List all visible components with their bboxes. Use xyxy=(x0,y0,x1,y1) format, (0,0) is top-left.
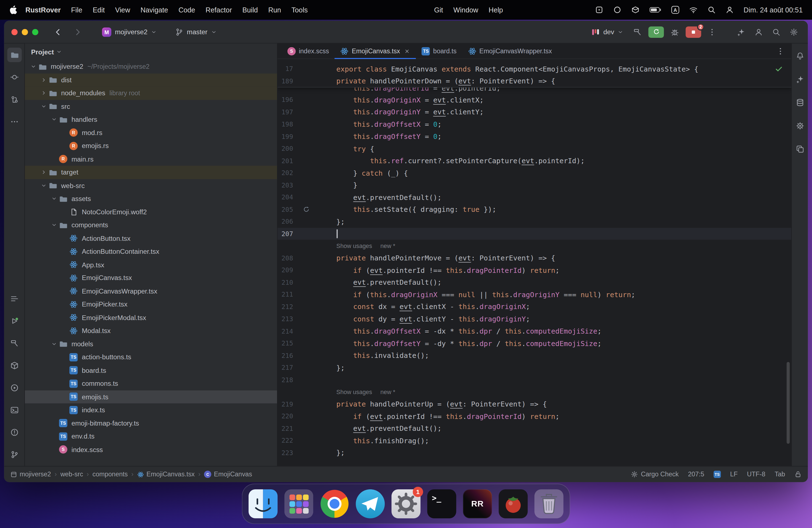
tool-more-button[interactable] xyxy=(7,114,21,129)
tab-emojicanvas-tsx[interactable]: EmojiCanvas.tsx xyxy=(335,44,416,59)
breadcrumb-mojiverse2[interactable]: mojiverse2 xyxy=(11,471,51,478)
code-with-me-button[interactable] xyxy=(752,25,766,39)
tool-packages-button[interactable] xyxy=(7,358,21,373)
show-usages-hint[interactable]: Show usages xyxy=(336,389,372,395)
close-window-button[interactable] xyxy=(11,29,18,35)
tree-item-action-buttons-ts[interactable]: TSaction-buttons.ts xyxy=(25,350,277,364)
breadcrumb-web-src[interactable]: web-src xyxy=(60,471,83,478)
code-line[interactable]: 213 const dy = evt.clientY - this.dragOr… xyxy=(278,313,791,325)
chevron-down-icon[interactable] xyxy=(50,341,59,347)
code-line[interactable]: 220 if (evt.pointerId !== this.dragPoint… xyxy=(278,410,791,422)
code-line[interactable]: 209 if (evt.pointerId !== this.dragPoint… xyxy=(278,264,791,276)
tree-item-index-scss[interactable]: Sindex.scss xyxy=(25,443,277,456)
zoom-window-button[interactable] xyxy=(32,29,39,35)
dock-trash-icon[interactable] xyxy=(534,489,564,519)
debug-button[interactable] xyxy=(668,25,682,39)
tree-item-board-ts[interactable]: TSboard.ts xyxy=(25,364,277,377)
tree-item-app-tsx[interactable]: App.tsx xyxy=(25,258,277,272)
menu-code[interactable]: Code xyxy=(173,6,200,14)
chevron-down-icon[interactable] xyxy=(40,182,48,188)
chevron-down-icon[interactable] xyxy=(29,64,38,70)
tool-cargo-button[interactable] xyxy=(793,118,807,133)
new-hint[interactable]: new * xyxy=(380,389,395,395)
readonly-lock-icon[interactable] xyxy=(794,471,801,478)
recording-icon[interactable] xyxy=(613,6,621,14)
indent-widget[interactable]: Tab xyxy=(775,471,785,478)
run-configuration-widget[interactable]: dev xyxy=(588,26,627,38)
caret-position-widget[interactable]: 207:5 xyxy=(688,471,704,478)
tool-dependencies-button[interactable] xyxy=(793,142,807,157)
menu-file[interactable]: File xyxy=(66,6,88,14)
tool-pull-requests-button[interactable] xyxy=(7,92,21,107)
tree-item-index-ts[interactable]: TSindex.ts xyxy=(25,404,277,417)
stop-button[interactable]: 2 xyxy=(686,26,701,38)
tool-commit-button[interactable] xyxy=(7,70,21,85)
tree-item-components[interactable]: components xyxy=(25,218,277,232)
chevron-down-icon[interactable] xyxy=(40,104,48,109)
code-line[interactable]: 17 export class EmojiCanvas extends Reac… xyxy=(278,63,791,75)
tree-item-target[interactable]: target xyxy=(25,166,277,179)
breadcrumb-emojicanvas-tsx[interactable]: EmojiCanvas.tsx xyxy=(137,471,195,478)
spotlight-icon[interactable] xyxy=(707,6,715,14)
code-line[interactable]: 216 this.invalidate(); xyxy=(278,349,791,362)
tool-database-button[interactable] xyxy=(793,95,807,110)
search-everywhere-button[interactable] xyxy=(769,25,783,39)
apple-menu-icon[interactable] xyxy=(10,5,17,15)
code-line[interactable]: 199 this.dragOffsetY = 0; xyxy=(278,130,791,143)
dock-photo-icon[interactable] xyxy=(498,489,528,519)
ai-assistant-button[interactable] xyxy=(735,25,748,39)
cargo-check-widget[interactable]: Cargo Check xyxy=(630,471,679,478)
chevron-right-icon[interactable] xyxy=(40,77,48,83)
code-line[interactable]: 198 this.dragOffsetX = 0; xyxy=(278,118,791,130)
menu-git[interactable]: Git xyxy=(429,6,448,14)
line-separator-widget[interactable]: LF xyxy=(730,471,737,478)
code-line[interactable]: 207 xyxy=(278,228,791,240)
chevron-right-icon[interactable] xyxy=(40,170,48,175)
code-line[interactable]: 205 this.setState({ dragging: true }); xyxy=(278,203,791,216)
tool-project-button[interactable] xyxy=(7,48,21,62)
screen-box-icon[interactable] xyxy=(595,6,603,14)
tool-version-control-button[interactable] xyxy=(7,448,21,462)
tree-item-notocoloremoji-woff2[interactable]: NotoColorEmoji.woff2 xyxy=(25,205,277,218)
tree-item-main-rs[interactable]: Rmain.rs xyxy=(25,152,277,166)
navigate-forward-button[interactable] xyxy=(73,28,82,36)
menu-refactor[interactable]: Refactor xyxy=(200,6,237,14)
tree-item-emojis-rs[interactable]: Remojis.rs xyxy=(25,139,277,152)
minimize-window-button[interactable] xyxy=(22,29,28,35)
close-tab-icon[interactable] xyxy=(404,48,410,54)
recompile-gutter-icon[interactable] xyxy=(303,206,309,212)
menu-edit[interactable]: Edit xyxy=(88,6,110,14)
menu-window[interactable]: Window xyxy=(448,6,483,14)
tree-item-web-src[interactable]: web-src xyxy=(25,179,277,192)
user-switch-icon[interactable] xyxy=(726,6,734,14)
tool-run-button[interactable] xyxy=(7,314,21,328)
tree-item-handlers[interactable]: handlers xyxy=(25,113,277,126)
code-editor[interactable]: 17 export class EmojiCanvas extends Reac… xyxy=(278,59,791,466)
dock-rustrover-icon[interactable]: RR xyxy=(462,489,492,519)
code-vision-hint[interactable]: Show usagesnew * xyxy=(278,386,791,398)
dock-settings-icon[interactable]: 1 xyxy=(391,489,421,519)
code-line[interactable]: 200 try { xyxy=(278,143,791,155)
tree-item-models[interactable]: models xyxy=(25,337,277,351)
chevron-down-icon[interactable] xyxy=(50,117,59,122)
tree-item-mod-rs[interactable]: Rmod.rs xyxy=(25,126,277,140)
tree-item-emojicanvas-tsx[interactable]: EmojiCanvas.tsx xyxy=(25,272,277,285)
code-line[interactable]: 202 } catch (_) { xyxy=(278,167,791,179)
code-line[interactable]: 196 this.dragOriginX = evt.clientX; xyxy=(278,93,791,106)
tree-item-actionbuttoncontainer-tsx[interactable]: ActionButtonContainer.tsx xyxy=(25,245,277,258)
menu-build[interactable]: Build xyxy=(237,6,263,14)
dock-chrome-icon[interactable] xyxy=(320,489,350,519)
tool-terminal-button[interactable] xyxy=(7,403,21,417)
tool-notifications-button[interactable] xyxy=(793,48,807,63)
settings-button[interactable] xyxy=(787,25,801,39)
tree-item-emojipickermodal-tsx[interactable]: EmojiPickerModal.tsx xyxy=(25,311,277,324)
code-line[interactable]: 221 evt.preventDefault(); xyxy=(278,422,791,435)
tree-item-env-d-ts[interactable]: TSenv.d.ts xyxy=(25,430,277,443)
chevron-down-icon[interactable] xyxy=(50,196,59,202)
tool-problems-button[interactable] xyxy=(7,425,21,440)
show-usages-hint[interactable]: Show usages xyxy=(336,243,372,249)
project-widget[interactable]: M mojiverse2 xyxy=(98,25,160,39)
code-line[interactable]: 197 this.dragOriginY = evt.clientY; xyxy=(278,106,791,118)
input-source-icon[interactable]: A xyxy=(671,6,679,14)
code-line[interactable]: 212 const dx = evt.clientX - this.dragOr… xyxy=(278,300,791,312)
